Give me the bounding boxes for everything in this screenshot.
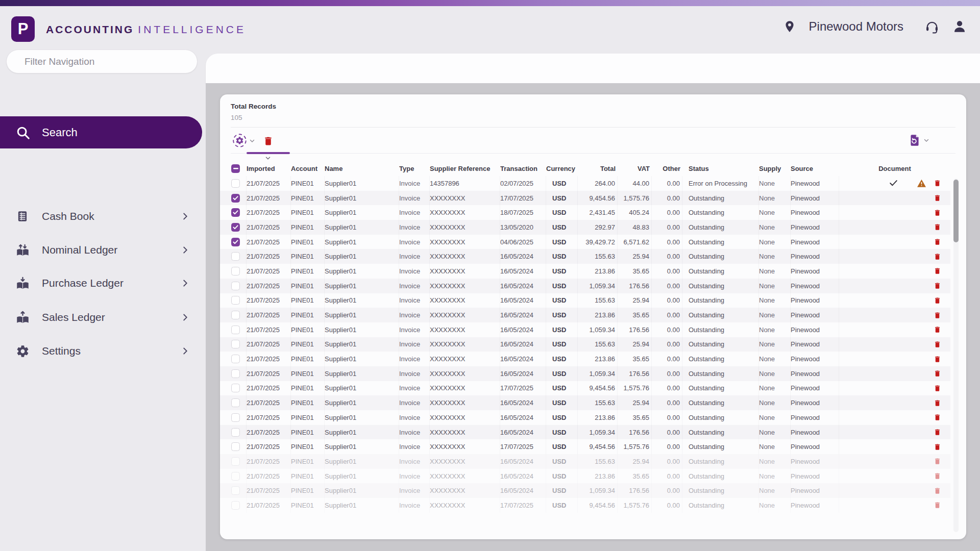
column-header-vat[interactable]: VAT [618,161,652,176]
row-delete-button[interactable] [930,486,944,495]
table-row[interactable]: 21/07/2025PINE01Supplier01InvoiceXXXXXXX… [220,366,950,381]
sidebar-item-purchase-ledger[interactable]: Purchase Ledger [0,272,206,294]
export-document-button[interactable] [908,133,930,149]
warning-icon[interactable] [914,179,928,188]
app-logo[interactable]: P [11,16,35,42]
row-checkbox[interactable] [231,267,240,276]
table-row[interactable]: 21/07/2025PINE01Supplier01InvoiceXXXXXXX… [220,352,950,366]
row-checkbox[interactable] [231,428,240,437]
table-row[interactable]: 21/07/2025PINE01Supplier01InvoiceXXXXXXX… [220,279,950,293]
row-checkbox[interactable] [231,252,240,261]
column-header-transaction[interactable]: Transaction [500,161,546,176]
expand-chevron-icon[interactable] [264,155,272,162]
table-row[interactable]: 21/07/2025PINE01Supplier01InvoiceXXXXXXX… [220,469,950,484]
column-header-supplier-reference[interactable]: Supplier Reference [430,161,500,176]
row-delete-button[interactable] [930,472,944,481]
column-header-type[interactable]: Type [399,161,430,176]
table-row[interactable]: 21/07/2025PINE01Supplier01InvoiceXXXXXXX… [220,410,950,425]
table-row[interactable]: 21/07/2025PINE01Supplier01InvoiceXXXXXXX… [220,337,950,352]
row-checkbox[interactable] [231,398,240,407]
row-delete-button[interactable] [930,398,944,407]
row-delete-button[interactable] [930,296,944,305]
row-checkbox[interactable] [231,384,240,392]
row-delete-button[interactable] [930,457,944,466]
table-row[interactable]: 21/07/2025PINE01Supplier01InvoiceXXXXXXX… [220,395,950,410]
row-delete-button[interactable] [930,442,944,451]
table-row[interactable]: 21/07/2025PINE01Supplier01InvoiceXXXXXXX… [220,439,950,454]
column-header-source[interactable]: Source [791,161,839,176]
row-delete-button[interactable] [930,369,944,378]
sidebar-item-sales-ledger[interactable]: Sales Ledger [0,306,206,329]
row-delete-button[interactable] [930,501,944,510]
column-header-supply[interactable]: Supply [759,161,791,176]
column-header-total[interactable]: Total [578,161,618,176]
process-selected-button[interactable] [232,133,256,150]
row-delete-button[interactable] [930,384,944,392]
row-delete-button[interactable] [930,194,944,203]
row-delete-button[interactable] [930,223,944,232]
row-delete-button[interactable] [930,238,944,246]
column-header-account[interactable]: Account [291,161,325,176]
row-checkbox[interactable] [231,296,240,305]
row-checkbox[interactable] [231,486,240,495]
table-row[interactable]: 21/07/2025PINE01Supplier01InvoiceXXXXXXX… [220,425,950,440]
row-checkbox[interactable] [231,208,240,217]
row-checkbox[interactable] [231,340,240,348]
row-checkbox[interactable] [231,442,240,451]
row-checkbox[interactable] [231,238,240,246]
table-row[interactable]: 21/07/2025PINE01Supplier01InvoiceXXXXXXX… [220,483,950,498]
row-checkbox[interactable] [231,282,240,290]
column-header-imported[interactable]: Imported [247,161,291,176]
row-delete-button[interactable] [930,267,944,276]
table-row[interactable]: 21/07/2025PINE01Supplier01InvoiceXXXXXXX… [220,454,950,469]
row-checkbox[interactable] [231,472,240,481]
table-row[interactable]: 21/07/2025PINE01Supplier01InvoiceXXXXXXX… [220,308,950,322]
user-profile-icon[interactable] [951,18,968,35]
row-delete-button[interactable] [930,413,944,422]
row-delete-button[interactable] [930,355,944,363]
table-scrollbar-thumb[interactable] [953,180,959,242]
column-header-status[interactable]: Status [689,161,759,176]
table-row[interactable]: 21/07/2025PINE01Supplier01InvoiceXXXXXXX… [220,293,950,308]
row-checkbox[interactable] [231,501,240,510]
row-checkbox[interactable] [231,325,240,334]
column-header-other[interactable]: Other [652,161,682,176]
row-delete-button[interactable] [930,340,944,348]
table-row[interactable]: 21/07/2025PINE01Supplier01InvoiceXXXXXXX… [220,205,950,220]
table-row[interactable]: 21/07/2025PINE01Supplier01InvoiceXXXXXXX… [220,249,950,264]
sidebar-item-search[interactable]: Search [0,116,202,148]
row-delete-button[interactable] [930,311,944,319]
table-row[interactable]: 21/07/2025PINE01Supplier01InvoiceXXXXXXX… [220,220,950,235]
table-row[interactable]: 21/07/2025PINE01Supplier01InvoiceXXXXXXX… [220,381,950,396]
table-row[interactable]: 21/07/2025PINE01Supplier01InvoiceXXXXXXX… [220,322,950,337]
row-checkbox[interactable] [231,194,240,203]
filter-navigation-input[interactable] [7,50,197,73]
sidebar-item-nominal-ledger[interactable]: Nominal Ledger [0,239,206,261]
table-row[interactable]: 21/07/2025PINE01Supplier01InvoiceXXXXXXX… [220,235,950,249]
row-checkbox[interactable] [231,355,240,363]
sidebar-item-settings[interactable]: Settings [0,340,206,362]
row-delete-button[interactable] [930,252,944,261]
column-header-currency[interactable]: Currency [546,161,578,176]
table-row[interactable]: 21/07/2025PINE01Supplier01InvoiceXXXXXXX… [220,191,950,206]
select-all-checkbox[interactable] [231,164,240,173]
company-name[interactable]: Pinewood Motors [809,19,903,34]
support-headset-icon[interactable] [924,18,940,35]
row-delete-button[interactable] [930,208,944,217]
row-delete-button[interactable] [930,282,944,290]
row-checkbox[interactable] [231,457,240,466]
row-checkbox[interactable] [231,413,240,422]
row-delete-button[interactable] [930,428,944,437]
delete-selected-button[interactable] [263,135,274,149]
table-row[interactable]: 21/07/2025PINE01Supplier01InvoiceXXXXXXX… [220,498,950,513]
row-checkbox[interactable] [231,369,240,378]
row-checkbox[interactable] [231,179,240,188]
table-row[interactable]: 21/07/2025PINE01Supplier01InvoiceXXXXXXX… [220,264,950,279]
row-checkbox[interactable] [231,311,240,319]
row-delete-button[interactable] [930,179,944,188]
column-header-name[interactable]: Name [325,161,399,176]
row-checkbox[interactable] [231,223,240,232]
column-header-document[interactable]: Document [873,165,917,172]
table-row[interactable]: 21/07/2025PINE01Supplier01Invoice1435789… [220,176,950,191]
row-delete-button[interactable] [930,325,944,334]
